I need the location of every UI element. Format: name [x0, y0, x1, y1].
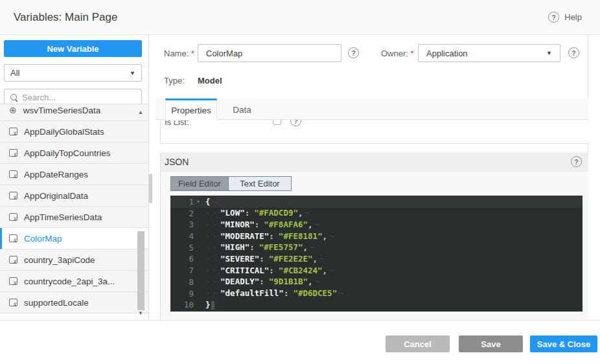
variable-list-item[interactable]: x country_3apiCode	[0, 249, 148, 271]
page-header: Variables: Main Page ? Help	[0, 0, 600, 35]
variables-dialog: Variables: Main Page ? Help New Variable…	[0, 0, 600, 364]
search-icon	[10, 94, 17, 101]
variable-icon: x	[9, 192, 17, 199]
list-scrollbar[interactable]: ▲ ▼	[137, 104, 145, 320]
variable-list-item-selected[interactable]: x ColorMap	[0, 228, 148, 249]
is-list-label: Is List:	[165, 120, 189, 127]
tab-properties[interactable]: Properties	[165, 98, 217, 120]
globe-icon: ⊕	[9, 106, 17, 115]
search-input[interactable]	[22, 93, 141, 102]
variable-name: ColorMap	[24, 234, 62, 244]
variable-icon: x	[9, 234, 17, 242]
type-label: Type:	[164, 76, 185, 85]
panel-scrollbar-thumb[interactable]	[149, 174, 152, 203]
variable-list-item[interactable]: x supportedLocale	[0, 292, 148, 313]
code-line: 7"CRITICAL":"#CB2424",¬	[170, 265, 583, 277]
owner-help-icon[interactable]: ?	[568, 47, 579, 58]
variable-icon: x	[9, 170, 17, 178]
variable-name: supportedLocale	[24, 298, 89, 308]
code-line: 9"defaultFill":"#D6DCE5"¬	[170, 288, 583, 300]
name-field[interactable]	[198, 44, 341, 62]
type-value: Model	[198, 76, 222, 85]
help-icon: ?	[548, 12, 559, 23]
save-and-close-button[interactable]: Save & Close	[530, 336, 597, 352]
variable-list-item[interactable]: x AppDailyGlobalStats	[0, 121, 148, 142]
footer-divider	[0, 320, 600, 321]
variable-name: countrycode_2api_3a...	[24, 277, 115, 286]
variable-name: AppDailyTopCountries	[24, 148, 111, 158]
scrollbar-thumb[interactable]	[137, 231, 144, 310]
owner-value: Application	[426, 49, 546, 58]
code-line: 3"MINOR":"#F8AFA6",¬	[170, 219, 583, 231]
text-cursor	[211, 301, 214, 310]
code-line: 10}	[170, 299, 583, 311]
code-line: 5"HIGH":"#FE5757",¬	[170, 242, 583, 254]
variable-icon: x	[9, 256, 17, 264]
variable-name: country_3apiCode	[24, 255, 95, 265]
owner-dropdown[interactable]: Application ▼	[418, 44, 560, 62]
variable-editor-panel: Name: * ? Owner: * Application ▼ ? Type:…	[156, 35, 588, 320]
save-button[interactable]: Save	[459, 336, 523, 352]
json-section: JSON ? Field Editor Text Editor 1▾{¬ 2"L…	[160, 152, 588, 320]
sidebar: New Variable All ▼ ⊕ wsvTimeSeriesData x…	[0, 35, 148, 320]
text-editor-button[interactable]: Text Editor	[228, 177, 291, 190]
code-line: 6"SEVERE":"#FE2E2E",¬	[170, 253, 583, 265]
variable-icon: x	[9, 149, 17, 157]
json-help-icon[interactable]: ?	[571, 156, 582, 167]
json-code-editor[interactable]: 1▾{¬ 2"LOW":"#FADCD9",¬ 3"MINOR":"#F8AFA…	[170, 196, 583, 312]
help-label: Help	[564, 12, 582, 22]
code-line: 4"MODERATE":"#FE8181",¬	[170, 231, 583, 242]
scroll-up-icon[interactable]: ▲	[138, 109, 143, 115]
page-title: Variables: Main Page	[14, 11, 117, 24]
variable-icon: x	[9, 213, 17, 221]
help-button[interactable]: ? Help	[548, 12, 582, 23]
scroll-down-icon[interactable]: ▼	[138, 310, 143, 316]
variable-list-item[interactable]: x countrycode_2api_3a...	[0, 271, 148, 292]
properties-scroll-area: Is List: ?	[160, 120, 588, 144]
variable-list-item[interactable]: x AppOriginalData	[0, 185, 148, 207]
cancel-button[interactable]: Cancel	[386, 336, 450, 352]
field-editor-button[interactable]: Field Editor	[171, 177, 228, 190]
variable-name: AppDailyGlobalStats	[24, 127, 104, 137]
chevron-down-icon: ▼	[546, 50, 552, 56]
name-help-icon[interactable]: ?	[348, 47, 359, 58]
code-line: 1▾{¬	[170, 196, 583, 208]
filter-value: All	[10, 68, 130, 78]
json-section-header: JSON ?	[161, 152, 588, 172]
variable-list-item[interactable]: x AppDailyTopCountries	[0, 142, 148, 164]
is-list-checkbox[interactable]	[273, 120, 281, 125]
variable-name: wsvTimeSeriesData	[23, 106, 101, 115]
json-section-title: JSON	[165, 157, 189, 167]
chevron-down-icon: ▼	[130, 70, 135, 76]
is-list-help-icon[interactable]: ?	[290, 120, 301, 126]
variable-list-item[interactable]: x AppTimeSeriesData	[0, 207, 148, 228]
variable-icon: x	[9, 299, 17, 306]
editor-mode-toggle: Field Editor Text Editor	[170, 176, 292, 191]
code-line: 8"DEADLY":"9D1B1B",¬	[170, 277, 583, 288]
variable-icon: x	[9, 128, 17, 135]
variable-name: AppOriginalData	[24, 191, 88, 201]
required-marker: *	[411, 49, 414, 58]
code-line: 2"LOW":"#FADCD9",¬	[170, 208, 583, 220]
variable-name: AppTimeSeriesData	[24, 212, 102, 222]
variable-type-filter-dropdown[interactable]: All ▼	[4, 64, 142, 82]
new-variable-button[interactable]: New Variable	[4, 40, 142, 57]
variable-list: ⊕ wsvTimeSeriesData x AppDailyGlobalStat…	[0, 104, 148, 320]
variable-list-item[interactable]: ⊕ wsvTimeSeriesData	[0, 104, 148, 121]
tab-bar: Properties Data	[156, 98, 588, 120]
name-label: Name: *	[164, 49, 194, 58]
variable-icon: x	[9, 277, 17, 285]
owner-label: Owner: *	[381, 49, 414, 58]
tab-data[interactable]: Data	[218, 98, 266, 120]
variable-list-item[interactable]: x AppDateRanges	[0, 164, 148, 185]
variable-name: AppDateRanges	[24, 170, 88, 179]
fold-icon[interactable]: ▾	[194, 196, 203, 208]
required-marker: *	[191, 49, 194, 58]
